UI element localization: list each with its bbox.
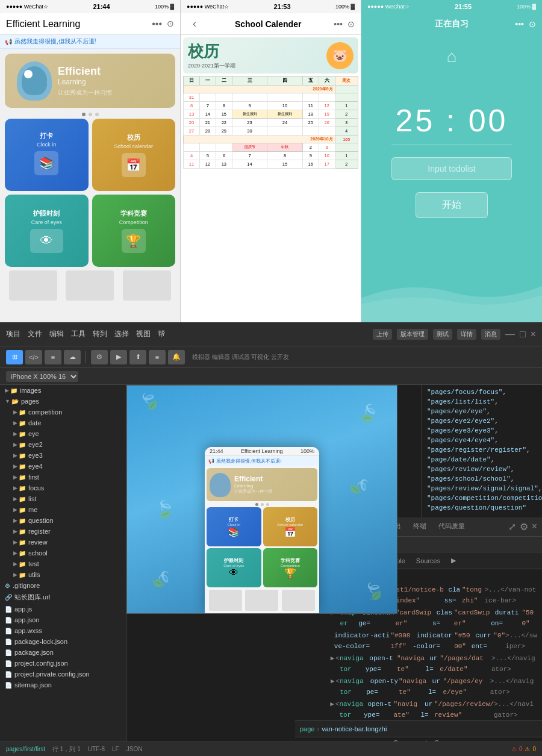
toolbar-ico-3[interactable]: ⬆	[129, 350, 146, 364]
devtools-tab-quality[interactable]: 代码质量	[432, 519, 471, 534]
file-item-review[interactable]: ▶ 📁 review	[0, 537, 126, 548]
phone3-more-icon[interactable]: •••	[515, 19, 524, 29]
sitemap-icon: 📄	[5, 682, 12, 689]
month-oct: 2020年10月	[184, 136, 335, 143]
json-line-1: "pages/focus/focus",	[422, 387, 542, 397]
toolbar-test-btn[interactable]: 测试	[433, 329, 452, 340]
subtab-more[interactable]: ▶	[446, 555, 461, 566]
menu-select[interactable]: 选择	[114, 329, 129, 339]
simulator-select[interactable]: iPhone X 100% 16	[6, 371, 78, 382]
toolbar-upload-btn[interactable]: 上传	[373, 329, 392, 340]
bottom-indent: LF	[112, 746, 119, 752]
file-item-projectconfig[interactable]: 📄 project.config.json	[0, 658, 126, 669]
toolbar-ico-1[interactable]: ⚙	[91, 350, 108, 364]
col-sat: 六	[319, 77, 335, 86]
expand-nav-eye[interactable]: ▶	[331, 676, 335, 687]
menu-tools[interactable]: 工具	[71, 329, 86, 339]
file-item-first[interactable]: ▶ 📁 first	[0, 472, 126, 483]
file-item-competition[interactable]: ▶ 📁 competition	[0, 407, 126, 417]
phone3-title: 正在自习	[435, 19, 469, 30]
col-week: 周次	[335, 77, 358, 86]
nav-eye-url: url=	[428, 676, 443, 698]
toolbar-version-btn[interactable]: 版本管理	[397, 329, 428, 340]
file-item-register[interactable]: ▶ 📁 register	[0, 526, 126, 537]
file-item-packagejson[interactable]: 📄 package.json	[0, 647, 126, 658]
file-item-test[interactable]: ▶ 📁 test	[0, 558, 126, 569]
file-item-me[interactable]: ▶ 📁 me	[0, 504, 126, 515]
file-item-appjs[interactable]: 📄 app.js	[0, 604, 126, 614]
menu-project[interactable]: 项目	[6, 329, 20, 339]
editor-btn[interactable]: </>	[25, 350, 42, 364]
timer-input[interactable]: Input todolist	[391, 157, 512, 180]
mini-dot-3	[266, 503, 269, 506]
col-thu: 四	[267, 77, 303, 86]
devtools-settings-icon[interactable]: ⚙	[520, 521, 528, 533]
focus-folder-label: focus	[28, 484, 44, 492]
file-item-focus[interactable]: ▶ 📁 focus	[0, 483, 126, 493]
swiper-attr-class-val: "cardSwiper"	[454, 607, 491, 629]
toolbar-detail-btn[interactable]: 详情	[457, 329, 476, 340]
phone2-more-icon[interactable]: •••	[334, 19, 343, 29]
file-item-projectprivate[interactable]: 📄 project.private.config.json	[0, 669, 126, 679]
mini-notice-icon: 📢	[208, 458, 214, 464]
debugger-btn[interactable]: ≡	[45, 350, 61, 364]
devtools-tab-terminal[interactable]: 终端	[407, 519, 432, 534]
file-item-eye[interactable]: ▶ 📁 eye	[0, 428, 126, 439]
grid-item-eyes[interactable]: 护眼时刻 Care of eyes 👁	[5, 195, 89, 267]
phone2-camera-icon[interactable]: ⊙	[347, 19, 355, 29]
devtools-close-icon[interactable]: ×	[532, 521, 537, 533]
phone2: ●●●●● WeChat☆ 21:53 100% ▓ ‹ School Cale…	[181, 0, 361, 322]
file-item-eye2[interactable]: ▶ 📁 eye2	[0, 439, 126, 450]
toolbar-minimize-icon[interactable]: —	[505, 329, 515, 340]
menu-edit[interactable]: 编辑	[49, 329, 64, 339]
cloud-btn[interactable]: ☁	[64, 350, 81, 364]
grid-item-school-calendar[interactable]: 校历 School calendar 📅	[92, 119, 176, 191]
mini-trophy-icon: 🏆	[284, 567, 296, 579]
expand-nav-review[interactable]: ▶	[330, 699, 334, 710]
phone2-back-icon[interactable]: ‹	[187, 13, 202, 35]
notice-attr-class: class=	[444, 584, 462, 606]
toolbar-close-icon[interactable]: ×	[531, 329, 536, 340]
file-item-images[interactable]: ▶ 📁 images	[0, 385, 126, 396]
file-item-url[interactable]: 🔗 站长图库.url	[0, 591, 126, 604]
file-item-pages[interactable]: ▼ 📂 pages	[0, 396, 126, 407]
file-item-gitignore[interactable]: ⚙ .gitignore	[0, 580, 126, 591]
toolbar-ico-2[interactable]: ▶	[110, 350, 127, 364]
file-item-packagelock[interactable]: 📄 package-lock.json	[0, 636, 126, 647]
toolbar-ico-5[interactable]: 🔔	[168, 350, 185, 364]
menu-goto[interactable]: 转到	[93, 329, 107, 339]
file-item-eye3[interactable]: ▶ 📁 eye3	[0, 450, 126, 461]
file-item-appwxss[interactable]: 📄 app.wxss	[0, 625, 126, 636]
eye3-folder-label: eye3	[28, 452, 43, 459]
file-item-list[interactable]: ▶ 📁 list	[0, 493, 126, 504]
grid-item-competition[interactable]: 学科竞赛 Competition 🏆	[92, 195, 176, 267]
file-item-eye4[interactable]: ▶ 📁 eye4	[0, 461, 126, 472]
subtab-sources[interactable]: Sources	[411, 556, 445, 566]
toolbar-ico-4[interactable]: ≡	[149, 350, 166, 364]
file-item-school[interactable]: ▶ 📁 school	[0, 548, 126, 558]
menu-help[interactable]: 帮	[158, 329, 165, 339]
bottom-warn-icon: ⚠	[525, 746, 530, 752]
file-item-sitemap[interactable]: 📄 sitemap.json	[0, 679, 126, 690]
mini-phone-time: 21:44	[210, 448, 223, 454]
swiper-ellipsis: >...</swiper>	[505, 630, 537, 652]
col-tue: 二	[216, 77, 232, 86]
grid-item-clock[interactable]: 打卡 Clock in 📚	[5, 119, 89, 191]
toolbar-maximize-icon[interactable]: □	[520, 329, 526, 340]
menu-file[interactable]: 文件	[28, 329, 42, 339]
file-item-question[interactable]: ▶ 📁 question	[0, 515, 126, 526]
timer-start-button[interactable]: 开始	[416, 192, 488, 218]
notice-icon: 📢	[5, 39, 12, 45]
simulator-btn[interactable]: ⊞	[6, 350, 23, 364]
phone1-camera-icon[interactable]: ⊙	[167, 19, 174, 30]
file-item-utils[interactable]: ▶ 📁 utils	[0, 569, 126, 580]
file-item-date[interactable]: ▶ 📁 date	[0, 417, 126, 428]
inspector-bar: page › van-notice-bar.tongzhi	[295, 720, 542, 737]
devtools-expand-icon[interactable]: ⤢	[508, 521, 516, 533]
phone3-camera-icon[interactable]: ⊙	[529, 19, 536, 29]
toolbar-message-btn[interactable]: 消息	[481, 329, 500, 340]
phone1-more-icon[interactable]: •••	[152, 19, 162, 30]
menu-view[interactable]: 视图	[136, 329, 151, 339]
expand-nav-date[interactable]: ▶	[331, 653, 335, 664]
file-item-appjson[interactable]: 📄 app.json	[0, 614, 126, 625]
